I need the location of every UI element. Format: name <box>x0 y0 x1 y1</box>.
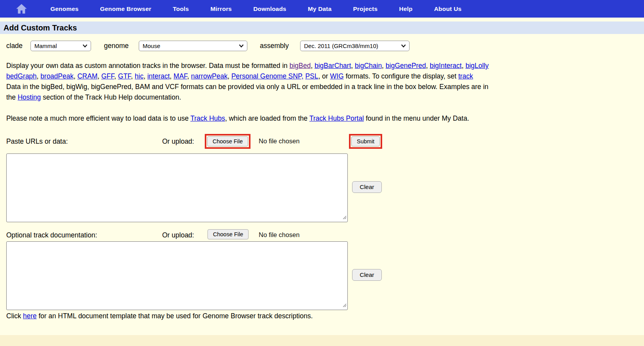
add-custom-tracks-page: Genomes Genome Browser Tools Mirrors Dow… <box>0 0 644 346</box>
clade-select[interactable]: Mammal <box>30 41 91 51</box>
text-segment: Click <box>6 312 23 320</box>
text-segment: , <box>311 62 315 70</box>
submit-button[interactable]: Submit <box>351 136 380 146</box>
link-bigchain[interactable]: bigChain <box>355 62 382 70</box>
link-hosting[interactable]: Hosting <box>18 93 41 101</box>
text-segment: Please note a much more efficient way to… <box>6 114 190 122</box>
link-biggenepred[interactable]: bigGenePred <box>386 62 426 70</box>
link-narrowpeak[interactable]: narrowPeak <box>191 72 227 80</box>
link-biglolly[interactable]: bigLolly <box>465 62 488 70</box>
clear-doc-button[interactable]: Clear <box>352 269 382 281</box>
nav-item-help[interactable]: Help <box>399 5 412 12</box>
note-line: Please note a much more efficient way to… <box>6 113 469 124</box>
link-bedgraph[interactable]: bedGraph <box>6 72 37 80</box>
text-segment: section of the Track Hub Help documentat… <box>41 93 181 101</box>
nav-item-tools[interactable]: Tools <box>173 5 189 12</box>
intro-line: Data in the bigBed, bigWig, bigGenePred,… <box>6 82 489 92</box>
optional-doc-textarea[interactable] <box>6 241 348 310</box>
page-title: Add Custom Tracks <box>4 23 77 32</box>
text-segment: , <box>114 72 118 80</box>
text-segment: , <box>143 72 147 80</box>
clade-label: clade <box>6 42 23 50</box>
link-track-hubs[interactable]: Track Hubs <box>190 114 225 122</box>
paste-urls-label: Paste URLs or data: <box>6 137 68 146</box>
chevron-down-icon <box>82 44 88 48</box>
nav-item-genomes[interactable]: Genomes <box>50 5 79 12</box>
or-upload-label: Or upload: <box>162 231 194 239</box>
text-segment: , <box>382 62 386 70</box>
text-segment: , <box>131 72 135 80</box>
template-hint-line: Click here for an HTML document template… <box>6 312 313 320</box>
paste-urls-textarea[interactable] <box>6 153 348 222</box>
assembly-select[interactable]: Dec. 2011 (GRCm38/mm10) <box>300 41 410 51</box>
text-segment: , <box>73 72 77 80</box>
track-hubs-note: Please note a much more efficient way to… <box>6 113 469 124</box>
text-segment: , <box>37 72 41 80</box>
text-segment: , or <box>318 72 330 80</box>
link-biginteract[interactable]: bigInteract <box>430 62 462 70</box>
text-segment: Display your own data as custom annotati… <box>6 62 290 70</box>
nav-item-downloads[interactable]: Downloads <box>253 5 286 12</box>
doc-textarea-wrap <box>6 241 348 310</box>
choose-doc-file-button[interactable]: Choose File <box>208 229 249 239</box>
choose-file-button[interactable]: Choose File <box>207 136 248 146</box>
link-wig[interactable]: WIG <box>330 72 344 80</box>
text-segment: Data in the bigBed, bigWig, bigGenePred,… <box>6 83 488 91</box>
nav-item-about-us[interactable]: About Us <box>434 5 462 12</box>
genome-select[interactable]: Mouse <box>139 41 247 51</box>
link-bigbed[interactable]: bigBed <box>290 62 311 70</box>
assembly-select-value: Dec. 2011 (GRCm38/mm10) <box>304 43 378 49</box>
link-cram[interactable]: CRAM <box>77 72 98 80</box>
link-personal-genome-snp[interactable]: Personal Genome SNP, <box>231 72 304 80</box>
link-interact[interactable]: interact <box>147 72 170 80</box>
genome-select-value: Mouse <box>143 43 160 49</box>
genome-selector-row: clade Mammal genome Mouse assembly Dec. … <box>0 41 644 52</box>
link-psl[interactable]: PSL <box>305 72 318 80</box>
top-navbar: Genomes Genome Browser Tools Mirrors Dow… <box>0 0 644 18</box>
text-segment: , which are loaded from the <box>225 114 309 122</box>
link-maf[interactable]: MAF <box>174 72 187 80</box>
text-segment: , <box>426 62 430 70</box>
genome-label: genome <box>104 42 129 50</box>
intro-line: Display your own data as custom annotati… <box>6 61 489 71</box>
nav-item-projects[interactable]: Projects <box>353 5 378 12</box>
section-header: Add Custom Tracks <box>0 21 644 34</box>
nav-item-genome-browser[interactable]: Genome Browser <box>100 5 151 12</box>
link-track[interactable]: track <box>458 72 473 80</box>
paste-textarea-wrap <box>6 153 348 222</box>
text-segment: , <box>227 72 231 80</box>
chevron-down-icon <box>401 44 406 48</box>
or-upload-label: Or upload: <box>162 137 194 146</box>
intro-paragraph: Display your own data as custom annotati… <box>6 61 489 103</box>
link-bigbarchart[interactable]: bigBarChart <box>315 62 351 70</box>
text-segment: formats. To configure the display, set <box>344 72 458 80</box>
link-gtf[interactable]: GTF <box>118 72 131 80</box>
link-gff[interactable]: GFF <box>101 72 114 80</box>
text-segment: , <box>170 72 174 80</box>
optional-doc-label: Optional track documentation: <box>6 231 97 239</box>
clade-select-value: Mammal <box>34 43 57 49</box>
nav-item-my-data[interactable]: My Data <box>308 5 332 12</box>
intro-line: bedGraph, broadPeak, CRAM, GFF, GTF, hic… <box>6 71 489 82</box>
text-segment: found in the menu under My Data. <box>364 114 469 122</box>
choose-file-highlight: Choose File <box>205 134 250 149</box>
no-file-chosen-text: No file chosen <box>259 231 300 239</box>
text-segment: the <box>6 93 18 101</box>
home-icon[interactable] <box>14 3 29 15</box>
submit-highlight: Submit <box>349 134 382 149</box>
text-segment: , <box>187 72 191 80</box>
chevron-down-icon <box>239 44 244 48</box>
link-track-hubs-portal[interactable]: Track Hubs Portal <box>309 114 364 122</box>
link-hic[interactable]: hic <box>135 72 143 80</box>
bottom-section-band <box>0 335 644 346</box>
clear-paste-button[interactable]: Clear <box>352 181 382 193</box>
text-segment: for an HTML document template that may b… <box>37 312 313 320</box>
text-segment: , <box>462 62 465 70</box>
nav-item-mirrors[interactable]: Mirrors <box>210 5 232 12</box>
text-segment: , <box>351 62 355 70</box>
link-broadpeak[interactable]: broadPeak <box>41 72 74 80</box>
intro-line: the Hosting section of the Track Hub Hel… <box>6 92 489 103</box>
text-segment: , <box>98 72 102 80</box>
no-file-chosen-text: No file chosen <box>259 137 300 145</box>
link-here[interactable]: here <box>23 312 37 320</box>
